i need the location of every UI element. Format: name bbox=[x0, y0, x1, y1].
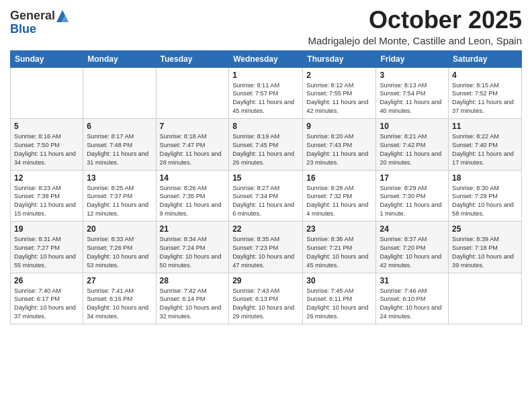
calendar-cell: 8Sunrise: 8:19 AM Sunset: 7:45 PM Daylig… bbox=[229, 119, 303, 171]
col-header-tuesday: Tuesday bbox=[156, 50, 229, 67]
calendar-cell: 23Sunrise: 8:36 AM Sunset: 7:21 PM Dayli… bbox=[303, 222, 376, 273]
day-info: Sunrise: 8:11 AM Sunset: 7:57 PM Dayligh… bbox=[232, 81, 299, 116]
day-number: 15 bbox=[232, 173, 299, 183]
day-info: Sunrise: 8:36 AM Sunset: 7:21 PM Dayligh… bbox=[306, 235, 372, 270]
day-number: 31 bbox=[380, 276, 445, 285]
day-number: 13 bbox=[87, 173, 152, 183]
title-block: October 2025 Madrigalejo del Monte, Cast… bbox=[308, 7, 522, 46]
day-info: Sunrise: 8:29 AM Sunset: 7:30 PM Dayligh… bbox=[380, 184, 445, 219]
calendar-cell: 6Sunrise: 8:17 AM Sunset: 7:48 PM Daylig… bbox=[83, 119, 156, 171]
day-number: 18 bbox=[452, 173, 518, 183]
calendar-cell: 16Sunrise: 8:28 AM Sunset: 7:32 PM Dayli… bbox=[303, 170, 376, 222]
calendar-cell: 22Sunrise: 8:35 AM Sunset: 7:23 PM Dayli… bbox=[229, 222, 303, 273]
day-info: Sunrise: 8:20 AM Sunset: 7:43 PM Dayligh… bbox=[306, 132, 372, 167]
day-number: 4 bbox=[452, 71, 518, 80]
col-header-monday: Monday bbox=[83, 50, 156, 67]
calendar-cell: 12Sunrise: 8:23 AM Sunset: 7:38 PM Dayli… bbox=[11, 170, 83, 222]
month-title: October 2025 bbox=[308, 7, 522, 34]
day-number: 12 bbox=[14, 173, 79, 183]
day-number: 5 bbox=[14, 122, 79, 131]
day-info: Sunrise: 8:39 AM Sunset: 7:18 PM Dayligh… bbox=[452, 235, 518, 270]
logo: General Blue bbox=[10, 9, 69, 36]
logo-icon bbox=[56, 10, 69, 22]
day-number: 27 bbox=[87, 276, 152, 285]
calendar-cell: 21Sunrise: 8:34 AM Sunset: 7:24 PM Dayli… bbox=[156, 222, 229, 273]
calendar-cell: 18Sunrise: 8:30 AM Sunset: 7:29 PM Dayli… bbox=[449, 170, 522, 222]
day-info: Sunrise: 8:22 AM Sunset: 7:40 PM Dayligh… bbox=[452, 132, 518, 167]
calendar-cell: 28Sunrise: 7:42 AM Sunset: 6:14 PM Dayli… bbox=[156, 273, 229, 324]
day-info: Sunrise: 8:13 AM Sunset: 7:54 PM Dayligh… bbox=[380, 81, 445, 116]
calendar-cell: 19Sunrise: 8:31 AM Sunset: 7:27 PM Dayli… bbox=[11, 222, 83, 273]
day-info: Sunrise: 8:12 AM Sunset: 7:55 PM Dayligh… bbox=[306, 81, 372, 116]
day-number: 1 bbox=[232, 71, 299, 80]
calendar-cell: 26Sunrise: 7:40 AM Sunset: 6:17 PM Dayli… bbox=[11, 273, 83, 324]
day-number: 23 bbox=[306, 224, 372, 234]
col-header-wednesday: Wednesday bbox=[229, 50, 303, 67]
day-info: Sunrise: 8:21 AM Sunset: 7:42 PM Dayligh… bbox=[380, 132, 445, 167]
day-number: 29 bbox=[232, 276, 299, 285]
calendar-cell: 5Sunrise: 8:16 AM Sunset: 7:50 PM Daylig… bbox=[11, 119, 83, 171]
day-info: Sunrise: 8:15 AM Sunset: 7:52 PM Dayligh… bbox=[452, 81, 518, 116]
location-title: Madrigalejo del Monte, Castille and Leon… bbox=[308, 35, 522, 46]
calendar-cell: 11Sunrise: 8:22 AM Sunset: 7:40 PM Dayli… bbox=[449, 119, 522, 171]
day-info: Sunrise: 8:30 AM Sunset: 7:29 PM Dayligh… bbox=[452, 184, 518, 219]
calendar-cell: 3Sunrise: 8:13 AM Sunset: 7:54 PM Daylig… bbox=[376, 67, 449, 119]
day-info: Sunrise: 8:18 AM Sunset: 7:47 PM Dayligh… bbox=[160, 132, 226, 167]
col-header-friday: Friday bbox=[376, 50, 449, 67]
day-info: Sunrise: 8:16 AM Sunset: 7:50 PM Dayligh… bbox=[14, 132, 79, 167]
calendar-cell: 29Sunrise: 7:43 AM Sunset: 6:13 PM Dayli… bbox=[229, 273, 303, 324]
calendar-cell: 30Sunrise: 7:45 AM Sunset: 6:11 PM Dayli… bbox=[303, 273, 376, 324]
calendar-cell: 4Sunrise: 8:15 AM Sunset: 7:52 PM Daylig… bbox=[449, 67, 522, 119]
calendar-cell bbox=[449, 273, 522, 324]
col-header-saturday: Saturday bbox=[449, 50, 522, 67]
day-number: 26 bbox=[14, 276, 79, 285]
calendar-week-row: 5Sunrise: 8:16 AM Sunset: 7:50 PM Daylig… bbox=[11, 119, 522, 171]
day-number: 6 bbox=[87, 122, 152, 131]
day-number: 25 bbox=[452, 224, 518, 234]
col-header-sunday: Sunday bbox=[11, 50, 83, 67]
day-number: 2 bbox=[306, 71, 372, 80]
calendar-week-row: 19Sunrise: 8:31 AM Sunset: 7:27 PM Dayli… bbox=[11, 222, 522, 273]
calendar-cell bbox=[11, 67, 83, 119]
day-info: Sunrise: 7:40 AM Sunset: 6:17 PM Dayligh… bbox=[14, 287, 79, 322]
calendar-week-row: 26Sunrise: 7:40 AM Sunset: 6:17 PM Dayli… bbox=[11, 273, 522, 324]
day-number: 28 bbox=[160, 276, 226, 285]
day-number: 11 bbox=[452, 122, 518, 131]
calendar-cell: 25Sunrise: 8:39 AM Sunset: 7:18 PM Dayli… bbox=[449, 222, 522, 273]
day-info: Sunrise: 8:33 AM Sunset: 7:26 PM Dayligh… bbox=[87, 235, 152, 270]
calendar-table: SundayMondayTuesdayWednesdayThursdayFrid… bbox=[10, 50, 522, 325]
page: General Blue October 2025 Madrigalejo de… bbox=[0, 0, 532, 411]
calendar-cell: 20Sunrise: 8:33 AM Sunset: 7:26 PM Dayli… bbox=[83, 222, 156, 273]
day-info: Sunrise: 8:37 AM Sunset: 7:20 PM Dayligh… bbox=[380, 235, 445, 270]
day-info: Sunrise: 8:31 AM Sunset: 7:27 PM Dayligh… bbox=[14, 235, 79, 270]
day-info: Sunrise: 8:26 AM Sunset: 7:35 PM Dayligh… bbox=[160, 184, 226, 219]
calendar-cell: 1Sunrise: 8:11 AM Sunset: 7:57 PM Daylig… bbox=[229, 67, 303, 119]
day-info: Sunrise: 8:23 AM Sunset: 7:38 PM Dayligh… bbox=[14, 184, 79, 219]
day-info: Sunrise: 8:17 AM Sunset: 7:48 PM Dayligh… bbox=[87, 132, 152, 167]
day-number: 20 bbox=[87, 224, 152, 234]
calendar-cell bbox=[156, 67, 229, 119]
day-info: Sunrise: 8:25 AM Sunset: 7:37 PM Dayligh… bbox=[87, 184, 152, 219]
day-number: 16 bbox=[306, 173, 372, 183]
day-number: 9 bbox=[306, 122, 372, 131]
calendar-cell: 27Sunrise: 7:41 AM Sunset: 6:16 PM Dayli… bbox=[83, 273, 156, 324]
calendar-cell bbox=[83, 67, 156, 119]
day-number: 14 bbox=[160, 173, 226, 183]
day-info: Sunrise: 8:34 AM Sunset: 7:24 PM Dayligh… bbox=[160, 235, 226, 270]
logo-blue-text: Blue bbox=[10, 22, 36, 36]
calendar-week-row: 1Sunrise: 8:11 AM Sunset: 7:57 PM Daylig… bbox=[11, 67, 522, 119]
day-number: 19 bbox=[14, 224, 79, 234]
day-info: Sunrise: 8:28 AM Sunset: 7:32 PM Dayligh… bbox=[306, 184, 372, 219]
day-number: 8 bbox=[232, 122, 299, 131]
calendar-cell: 13Sunrise: 8:25 AM Sunset: 7:37 PM Dayli… bbox=[83, 170, 156, 222]
day-info: Sunrise: 7:46 AM Sunset: 6:10 PM Dayligh… bbox=[380, 287, 445, 322]
day-number: 3 bbox=[380, 71, 445, 80]
calendar-cell: 9Sunrise: 8:20 AM Sunset: 7:43 PM Daylig… bbox=[303, 119, 376, 171]
day-number: 24 bbox=[380, 224, 445, 234]
calendar-week-row: 12Sunrise: 8:23 AM Sunset: 7:38 PM Dayli… bbox=[11, 170, 522, 222]
day-info: Sunrise: 8:35 AM Sunset: 7:23 PM Dayligh… bbox=[232, 235, 299, 270]
calendar-cell: 15Sunrise: 8:27 AM Sunset: 7:34 PM Dayli… bbox=[229, 170, 303, 222]
day-number: 21 bbox=[160, 224, 226, 234]
day-number: 30 bbox=[306, 276, 372, 285]
day-number: 7 bbox=[160, 122, 226, 131]
